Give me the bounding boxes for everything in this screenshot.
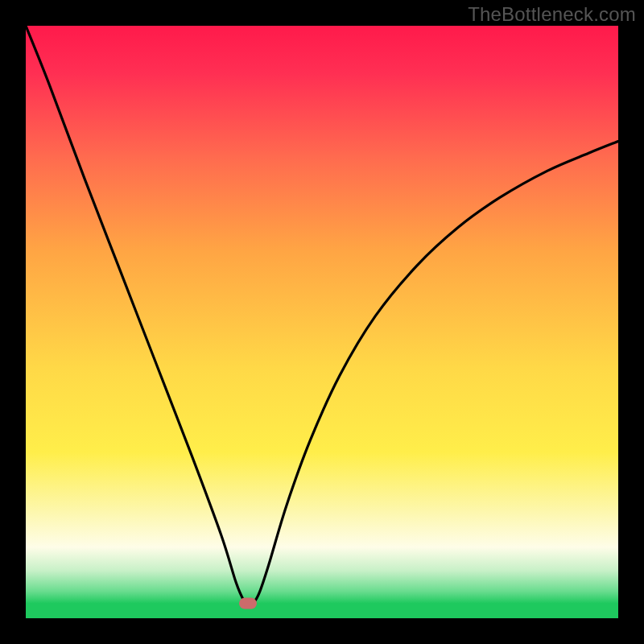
chart-frame: TheBottleneck.com	[0, 0, 644, 644]
watermark-text: TheBottleneck.com	[468, 3, 636, 26]
gradient-background	[26, 26, 618, 618]
minimum-marker	[239, 598, 257, 609]
bottleneck-chart	[26, 26, 618, 618]
plot-area	[26, 26, 618, 618]
